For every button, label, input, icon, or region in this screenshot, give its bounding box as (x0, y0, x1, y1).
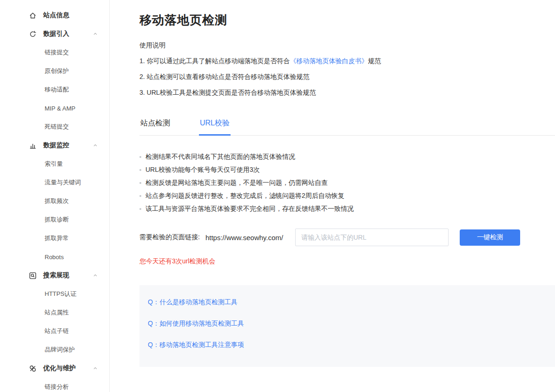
sidebar-group-label: 优化与维护 (43, 364, 76, 372)
chevron-up-icon (92, 366, 98, 371)
knot-icon (29, 365, 37, 372)
sidebar-group-label: 数据引入 (43, 30, 69, 38)
faq-link-what-is[interactable]: Q：什么是移动落地页检测工具 (148, 298, 547, 307)
usage-heading: 使用说明 (139, 40, 555, 50)
sidebar-group-search-display[interactable]: 搜索展现 (0, 266, 109, 285)
sidebar-item-link-analysis[interactable]: 链接分析 (0, 378, 109, 392)
usage-line-1-pre: 1. 你可以通过此工具了解站点移动端落地页是否符合 (139, 57, 290, 65)
usage-line-1-post: 规范 (368, 57, 381, 65)
sidebar-item-dead-link-submit[interactable]: 死链提交 (0, 118, 109, 136)
sidebar: 站点信息 数据引入 链接提交 原创保护 移动适配 MIP & AMP 死链提交 … (0, 0, 110, 392)
sidebar-item-mip-amp[interactable]: MIP & AMP (0, 99, 109, 118)
sidebar-item-crawl-frequency[interactable]: 抓取频次 (0, 192, 109, 210)
sidebar-group-label: 数据监控 (43, 141, 69, 150)
sidebar-group-optimize-maintain[interactable]: 优化与维护 (0, 359, 109, 378)
page-title: 移动落地页检测 (139, 12, 555, 28)
sidebar-item-crawl-diagnosis[interactable]: 抓取诊断 (0, 210, 109, 229)
url-input[interactable] (295, 229, 449, 246)
whitepaper-link[interactable]: 《移动落地页体验白皮书》 (290, 57, 368, 65)
sidebar-item-crawl-anomaly[interactable]: 抓取异常 (0, 229, 109, 248)
chart-icon (29, 142, 37, 150)
sidebar-item-traffic-keywords[interactable]: 流量与关键词 (0, 173, 109, 192)
usage-line-2: 2. 站点检测可以查看移动站点是否符合移动落地页体验规范 (139, 72, 555, 81)
sidebar-group-label: 搜索展现 (43, 271, 69, 280)
sidebar-group-data-monitor[interactable]: 数据监控 (0, 136, 109, 155)
faq-link-notes[interactable]: Q：移动落地页检测工具注意事项 (148, 341, 547, 349)
tabs: 站点检测 URL校验 (139, 114, 555, 136)
sidebar-item-brand-protection[interactable]: 品牌词保护 (0, 340, 109, 359)
sidebar-item-link-submit[interactable]: 链接提交 (0, 43, 109, 62)
sidebar-item-mobile-adaptation[interactable]: 移动适配 (0, 80, 109, 99)
sidebar-group-data-import[interactable]: 数据引入 (0, 25, 109, 43)
sidebar-item-robots[interactable]: Robots (0, 248, 109, 266)
note-item: 检测结果不代表同域名下其他页面的落地页体验情况 (139, 153, 555, 160)
site-url-text: https://www.seowhy.com/ (205, 234, 283, 242)
sidebar-item-site-attribute[interactable]: 站点属性 (0, 303, 109, 322)
sidebar-item-site-sublink[interactable]: 站点子链 (0, 322, 109, 340)
usage-line-1: 1. 你可以通过此工具了解站点移动端落地页是否符合《移动落地页体验白皮书》规范 (139, 56, 555, 65)
check-button[interactable]: 一键检测 (460, 229, 520, 246)
sidebar-item-site-info[interactable]: 站点信息 (0, 6, 109, 25)
usage-instructions: 使用说明 1. 你可以通过此工具了解站点移动端落地页是否符合《移动落地页体验白皮… (139, 40, 555, 97)
sidebar-item-label: 站点信息 (43, 11, 69, 20)
note-item: 站点参考问题反馈进行整改，整改完成后，滤镜问题将2周后自动恢复 (139, 192, 555, 199)
note-item: 检测反馈是网站落地页主要问题，不是唯一问题，仍需网站自查 (139, 179, 555, 186)
tab-site-check[interactable]: 站点检测 (139, 114, 171, 135)
search-display-icon (29, 272, 37, 280)
home-icon (29, 12, 37, 20)
note-item: 该工具与资源平台落地页体验要求不完全相同，存在反馈结果不一致情况 (139, 205, 555, 212)
form-label: 需要检验的页面链接: (139, 233, 200, 242)
url-check-form: 需要检验的页面链接: https://www.seowhy.com/ 一键检测 (139, 229, 555, 246)
quota-text: 您今天还有3次url检测机会 (139, 257, 555, 266)
chevron-up-icon (92, 273, 98, 278)
usage-line-3: 3. URL校验工具是检测提交页面是否符合移动落地页体验规范 (139, 88, 555, 97)
data-import-icon (29, 30, 37, 38)
chevron-up-icon (92, 143, 98, 148)
main-content: 移动落地页检测 使用说明 1. 你可以通过此工具了解站点移动端落地页是否符合《移… (110, 0, 555, 392)
notes-list: 检测结果不代表同域名下其他页面的落地页体验情况 URL校验功能每个账号每天仅可使… (139, 153, 555, 212)
sidebar-item-original-protection[interactable]: 原创保护 (0, 62, 109, 80)
note-item: URL校验功能每个账号每天仅可使用3次 (139, 166, 555, 173)
chevron-up-icon (92, 31, 98, 37)
tab-url-check[interactable]: URL校验 (199, 114, 231, 136)
faq-link-how-to-use[interactable]: Q：如何使用移动落地页检测工具 (148, 320, 547, 328)
faq-panel: Q：什么是移动落地页检测工具 Q：如何使用移动落地页检测工具 Q：移动落地页检测… (139, 285, 555, 367)
sidebar-item-index-volume[interactable]: 索引量 (0, 155, 109, 173)
sidebar-item-https-cert[interactable]: HTTPS认证 (0, 285, 109, 303)
